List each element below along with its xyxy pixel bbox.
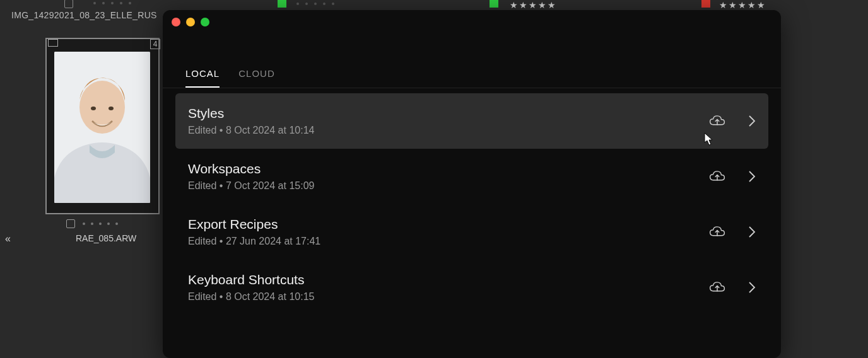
backup-restore-panel: LOCAL CLOUD Styles Edited • 8 Oct 2024 a… bbox=[163, 10, 781, 358]
window-minimize-button[interactable] bbox=[186, 18, 195, 26]
rating-dots[interactable] bbox=[83, 222, 118, 225]
backup-list: Styles Edited • 8 Oct 2024 at 10:14 Work… bbox=[175, 93, 768, 352]
list-item-styles[interactable]: Styles Edited • 8 Oct 2024 at 10:14 bbox=[175, 93, 768, 149]
window-close-button[interactable] bbox=[172, 18, 180, 26]
list-item-title: Styles bbox=[188, 106, 314, 121]
window-maximize-button[interactable] bbox=[201, 18, 209, 26]
select-checkbox[interactable] bbox=[66, 219, 75, 228]
collapse-chevron-icon[interactable]: « bbox=[5, 233, 11, 245]
chevron-right-icon[interactable] bbox=[748, 226, 756, 238]
cloud-upload-icon[interactable] bbox=[709, 279, 725, 296]
list-item-meta: Edited • 27 Jun 2024 at 17:41 bbox=[188, 236, 320, 247]
browser-filename-bottom: RAE_085.ARW bbox=[76, 233, 136, 243]
thumbnail-image[interactable] bbox=[54, 52, 150, 203]
browser-filename-top: IMG_14292021_08_23_ELLE_RUS bbox=[11, 10, 157, 20]
list-item-meta: Edited • 8 Oct 2024 at 10:14 bbox=[188, 125, 314, 136]
list-item-meta: Edited • 7 Oct 2024 at 15:09 bbox=[188, 180, 314, 192]
top-strip: ★★★★★ ★★★★★ bbox=[0, 0, 868, 9]
list-item-export-recipes[interactable]: Export Recipes Edited • 27 Jun 2024 at 1… bbox=[175, 204, 768, 260]
list-item-title: Keyboard Shortcuts bbox=[188, 272, 314, 287]
list-item-meta: Edited • 8 Oct 2024 at 10:15 bbox=[188, 291, 314, 303]
color-tag-red[interactable] bbox=[701, 0, 710, 8]
color-tag-green[interactable] bbox=[278, 0, 286, 8]
top-rating-dots bbox=[296, 3, 334, 5]
star-rating[interactable]: ★★★★★ bbox=[719, 0, 765, 10]
list-item-keyboard-shortcuts[interactable]: Keyboard Shortcuts Edited • 8 Oct 2024 a… bbox=[175, 260, 768, 315]
tab-separator bbox=[163, 88, 781, 88]
chevron-right-icon[interactable] bbox=[748, 170, 756, 183]
top-rating-dots bbox=[93, 2, 131, 4]
tab-cloud[interactable]: CLOUD bbox=[238, 68, 275, 88]
portrait-placeholder bbox=[54, 52, 150, 203]
list-item-title: Export Recipes bbox=[188, 217, 320, 232]
color-tag-green[interactable] bbox=[490, 0, 498, 8]
list-item-workspaces[interactable]: Workspaces Edited • 7 Oct 2024 at 15:09 bbox=[175, 149, 768, 204]
cloud-upload-icon[interactable] bbox=[709, 168, 725, 185]
svg-point-3 bbox=[108, 107, 114, 110]
star-rating[interactable]: ★★★★★ bbox=[510, 0, 556, 10]
variant-count: 4 bbox=[150, 39, 160, 49]
top-checkbox[interactable] bbox=[64, 0, 73, 8]
list-item-title: Workspaces bbox=[188, 161, 314, 176]
cloud-upload-icon[interactable] bbox=[709, 113, 725, 129]
svg-point-2 bbox=[91, 107, 96, 110]
window-controls bbox=[172, 18, 209, 26]
video-icon bbox=[48, 39, 58, 47]
cloud-upload-icon[interactable] bbox=[709, 224, 725, 240]
thumbnail-footer bbox=[66, 219, 118, 228]
chevron-right-icon[interactable] bbox=[748, 115, 756, 127]
tab-local[interactable]: LOCAL bbox=[185, 68, 220, 88]
chevron-right-icon[interactable] bbox=[748, 281, 756, 294]
tabs-bar: LOCAL CLOUD bbox=[185, 68, 275, 88]
